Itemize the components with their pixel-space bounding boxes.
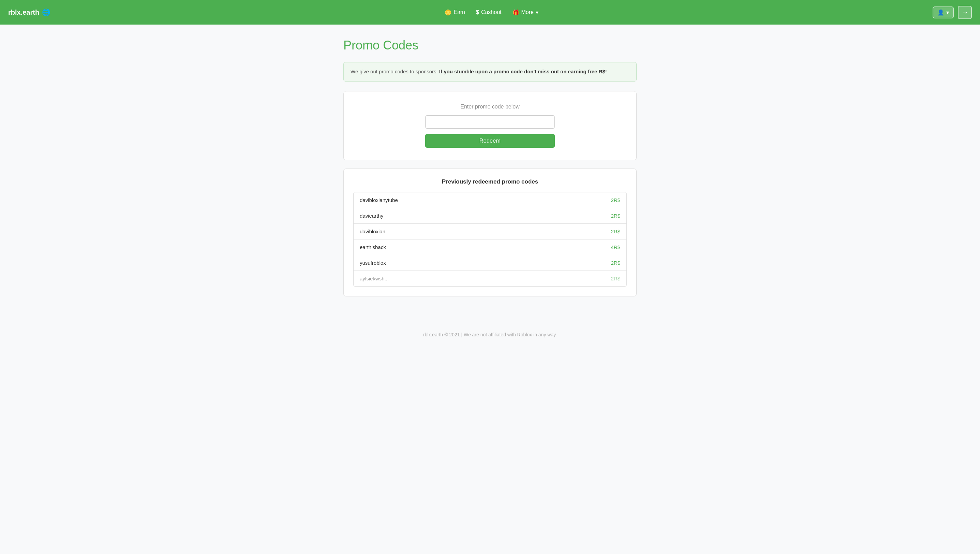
code-name: daviearthy — [360, 213, 383, 219]
footer-text: rblx.earth © 2021 | We are not affiliate… — [423, 332, 557, 337]
code-name: davibloxianytube — [360, 197, 398, 203]
code-amount: 2R$ — [611, 197, 620, 203]
user-icon: 👤 — [937, 9, 944, 16]
code-amount: 4R$ — [611, 244, 620, 250]
code-name: earthisback — [360, 244, 386, 250]
alert-normal-text: We give out promo codes to sponsors. — [350, 68, 439, 74]
table-row: davibloxianytube 2R$ — [353, 193, 627, 208]
code-name: yusufroblox — [360, 260, 386, 266]
nav-center: 🪙 Earn $ Cashout 🎁 More ▾ — [445, 9, 538, 16]
logout-button[interactable]: ⇒ — [958, 6, 972, 19]
earn-nav-link[interactable]: 🪙 Earn — [445, 9, 465, 16]
code-name: aylsiekwsh... — [360, 275, 389, 282]
code-amount: 2R$ — [611, 275, 620, 282]
promo-code-input[interactable] — [425, 115, 555, 129]
cashout-label: Cashout — [481, 9, 501, 15]
more-label: More — [521, 9, 534, 15]
promo-code-card: Enter promo code below Redeem — [344, 91, 636, 160]
navbar-right: 👤 ▾ ⇒ — [932, 6, 972, 19]
history-card: Previously redeemed promo codes daviblox… — [344, 169, 636, 296]
table-row: yusufroblox 2R$ — [353, 255, 627, 271]
table-row: davibloxian 2R$ — [353, 224, 627, 239]
chevron-down-icon: ▾ — [536, 9, 538, 16]
promo-form: Enter promo code below Redeem — [353, 104, 627, 148]
code-amount: 2R$ — [611, 229, 620, 234]
globe-icon: 🌐 — [42, 8, 51, 16]
table-row: daviearthy 2R$ — [353, 208, 627, 224]
promo-form-label: Enter promo code below — [460, 104, 519, 110]
brand-name: rblx.earth — [8, 8, 39, 16]
alert-banner: We give out promo codes to sponsors. If … — [344, 62, 636, 81]
cashout-nav-link[interactable]: $ Cashout — [476, 9, 501, 15]
more-nav-link[interactable]: 🎁 More ▾ — [512, 9, 538, 16]
user-dropdown-icon: ▾ — [946, 9, 949, 16]
table-row: aylsiekwsh... 2R$ — [353, 271, 627, 286]
logout-icon: ⇒ — [963, 9, 967, 16]
footer: rblx.earth © 2021 | We are not affiliate… — [0, 325, 980, 344]
gift-icon: 🎁 — [512, 9, 519, 16]
code-amount: 2R$ — [611, 260, 620, 266]
code-amount: 2R$ — [611, 213, 620, 219]
main-content: Promo Codes We give out promo codes to s… — [337, 25, 643, 325]
redeem-button[interactable]: Redeem — [425, 134, 555, 148]
earn-label: Earn — [453, 9, 465, 15]
codes-table: davibloxianytube 2R$ daviearthy 2R$ davi… — [353, 192, 627, 287]
navbar: rblx.earth 🌐 🪙 Earn $ Cashout 🎁 More ▾ 👤… — [0, 0, 980, 25]
user-button[interactable]: 👤 ▾ — [932, 6, 954, 18]
history-title: Previously redeemed promo codes — [353, 178, 627, 185]
code-name: davibloxian — [360, 229, 385, 234]
page-title: Promo Codes — [344, 38, 636, 53]
earn-icon: 🪙 — [445, 9, 452, 16]
alert-bold-text: If you stumble upon a promo code don't m… — [439, 68, 607, 74]
brand-logo[interactable]: rblx.earth 🌐 — [8, 8, 51, 16]
table-row: earthisback 4R$ — [353, 239, 627, 255]
cashout-icon: $ — [476, 9, 479, 15]
